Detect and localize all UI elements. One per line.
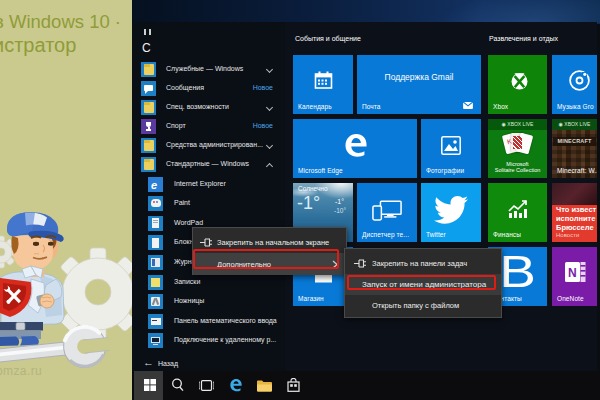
svg-text:N: N [568,266,577,280]
